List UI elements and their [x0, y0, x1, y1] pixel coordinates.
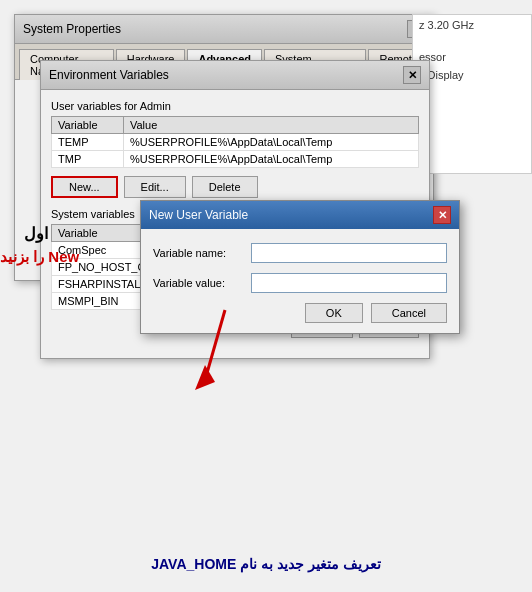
user-table-col-value: Value: [123, 117, 418, 134]
table-row[interactable]: TMP %USERPROFILE%\AppData\Local\Temp: [52, 151, 419, 168]
new-var-content: Variable name: Variable value: OK Cancel: [141, 229, 459, 333]
system-info-line1: z 3.20 GHz: [419, 19, 525, 31]
system-info-line3: s Display: [419, 69, 525, 81]
bottom-annotation: تعریف متغیر جدید به نام JAVA_HOME: [151, 556, 381, 572]
red-arrow-icon: [195, 300, 275, 400]
new-var-cancel-button[interactable]: Cancel: [371, 303, 447, 323]
step1-label: اول: [24, 224, 48, 243]
variable-value-label: Variable value:: [153, 277, 243, 289]
user-section-label: User variables for Admin: [51, 100, 419, 112]
env-vars-close-button[interactable]: ✕: [403, 66, 421, 84]
user-var-value-1: %USERPROFILE%\AppData\Local\Temp: [123, 151, 418, 168]
user-var-value-0: %USERPROFILE%\AppData\Local\Temp: [123, 134, 418, 151]
user-var-name-0: TEMP: [52, 134, 124, 151]
new-user-variable-dialog: New User Variable ✕ Variable name: Varia…: [140, 200, 460, 334]
variable-name-label: Variable name:: [153, 247, 243, 259]
user-buttons-row: New... Edit... Delete: [51, 176, 419, 198]
variable-value-row: Variable value:: [153, 273, 447, 293]
click-new-label: New را بزنید: [0, 248, 79, 266]
user-variables-table: Variable Value TEMP %USERPROFILE%\AppDat…: [51, 116, 419, 168]
new-var-ok-button[interactable]: OK: [305, 303, 363, 323]
system-info-line2: essor: [419, 51, 525, 63]
env-vars-title: Environment Variables: [49, 68, 169, 82]
variable-name-input[interactable]: [251, 243, 447, 263]
user-edit-button[interactable]: Edit...: [124, 176, 186, 198]
table-row[interactable]: TEMP %USERPROFILE%\AppData\Local\Temp: [52, 134, 419, 151]
svg-marker-1: [195, 365, 215, 390]
new-var-title: New User Variable: [149, 208, 248, 222]
user-var-name-1: TMP: [52, 151, 124, 168]
user-delete-button[interactable]: Delete: [192, 176, 258, 198]
system-properties-titlebar: System Properties ✕: [15, 15, 433, 44]
system-properties-title: System Properties: [23, 22, 121, 36]
new-var-titlebar: New User Variable ✕: [141, 201, 459, 229]
user-new-button[interactable]: New...: [51, 176, 118, 198]
env-vars-titlebar: Environment Variables ✕: [41, 61, 429, 90]
svg-line-0: [205, 310, 225, 380]
user-table-col-variable: Variable: [52, 117, 124, 134]
new-var-close-button[interactable]: ✕: [433, 206, 451, 224]
system-info-panel: z 3.20 GHz essor s Display: [412, 14, 532, 174]
variable-value-input[interactable]: [251, 273, 447, 293]
variable-name-row: Variable name:: [153, 243, 447, 263]
